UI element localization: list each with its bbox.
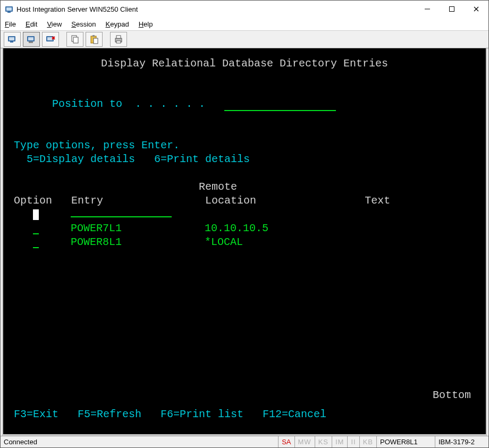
table-row: POWER8L1 *LOCAL [14,235,475,249]
entry-cell: POWER8L1 [71,236,122,248]
status-ii: II [348,436,359,447]
terminal-disconnect-icon[interactable] [42,32,59,47]
svg-rect-2 [7,12,11,13]
terminal-screen[interactable]: Display Relational Database Directory En… [2,48,487,436]
instructions-text: Type options, press Enter. [14,139,475,153]
minimize-button[interactable] [415,1,440,18]
location-cell: *LOCAL [205,236,243,248]
svg-rect-20 [92,35,95,37]
paste-icon[interactable] [86,32,103,47]
menu-file[interactable]: File [5,20,16,28]
terminal-setup-icon[interactable] [23,32,40,47]
svg-rect-24 [116,41,121,43]
svg-rect-18 [73,37,78,43]
status-text: Connected [1,436,279,447]
status-system: POWER8L1 [377,436,435,447]
status-im: IM [332,436,348,447]
close-button[interactable] [464,1,488,18]
svg-rect-23 [116,36,121,38]
option-field[interactable] [33,247,39,248]
col-headers: Option Entry Location Text [14,194,475,208]
copy-icon[interactable] [66,32,83,47]
status-mw: MW [295,436,315,447]
option-field[interactable] [33,233,39,234]
table-row: POWER7L1 10.10.10.5 [14,222,475,235]
print-icon[interactable] [110,32,127,47]
col-header-remote: Remote [14,180,475,194]
entry-input[interactable] [71,208,172,217]
option-cursor-row [14,208,475,222]
terminal-icon[interactable] [4,32,21,47]
titlebar: Host Integration Server WIN5250 Client [1,1,488,18]
menu-session[interactable]: Session [71,20,96,28]
bottom-indicator: Bottom [433,388,471,402]
svg-rect-8 [9,37,14,40]
status-sa: SA [279,436,294,447]
position-label: Position to . . . . . . [52,98,205,110]
svg-rect-4 [450,7,454,12]
status-ks: KS [315,436,332,447]
svg-rect-21 [94,38,98,44]
window-controls [415,1,488,18]
menubar: File Edit View Session Keypad Help [1,18,488,30]
menu-edit[interactable]: Edit [26,20,37,28]
menu-keypad[interactable]: Keypad [106,20,129,28]
position-input[interactable] [224,102,336,111]
text-cursor [33,209,39,220]
statusbar: Connected SA MW KS IM II KB POWER8L1 IBM… [1,436,488,447]
status-devtype: IBM-3179-2 [435,436,488,447]
status-kb: KB [360,436,377,447]
app-icon [5,5,13,13]
svg-rect-9 [10,41,13,43]
window-title: Host Integration Server WIN5250 Client [16,5,415,13]
entry-cell: POWER7L1 [71,222,122,234]
svg-rect-11 [28,37,33,40]
maximize-button[interactable] [440,1,464,18]
svg-rect-14 [47,37,53,40]
location-cell: 10.10.10.5 [205,222,268,234]
options-help-text: 5=Display details 6=Print details [14,153,475,166]
svg-rect-12 [29,41,33,43]
menu-help[interactable]: Help [139,20,153,28]
svg-rect-1 [6,7,12,11]
app-window: Host Integration Server WIN5250 Client F… [0,0,489,448]
position-row: Position to . . . . . . [14,83,475,125]
menu-view[interactable]: View [47,20,62,28]
screen-title: Display Relational Database Directory En… [14,57,475,71]
fkeys-help: F3=Exit F5=Refresh F6=Print list F12=Can… [14,408,326,421]
toolbar [1,30,488,48]
